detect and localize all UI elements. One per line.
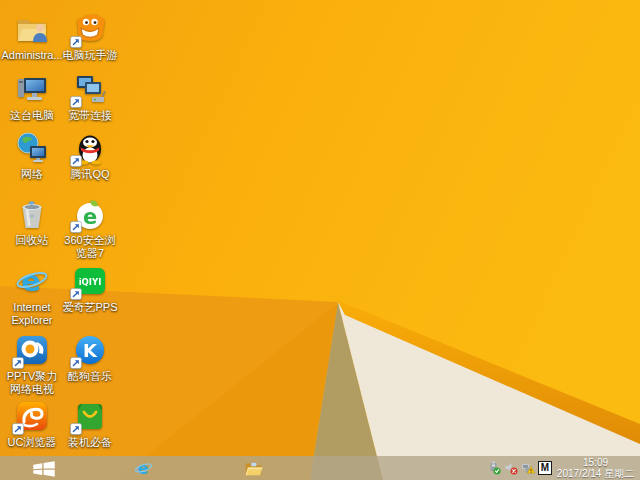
system-tray: M [487,456,552,480]
taskbar-clock[interactable]: 15:09 2017/2/14 星期二 [553,457,638,479]
start-button[interactable] [16,456,72,480]
shortcut-arrow-icon [12,357,24,369]
recycle-icon [15,197,49,231]
desktop-icon-360-safe-browser[interactable]: e 360安全浏览器7 [61,197,119,260]
network-icon [15,131,49,165]
tray-network-warning[interactable] [521,461,535,475]
shortcut-arrow-icon [70,221,82,233]
desktop-icon-label: 电脑玩手游 [59,49,121,62]
ie-icon: e [134,459,153,478]
shortcut-arrow-icon [12,423,24,435]
bag-icon [73,399,107,433]
desktop-icon-mobile-game-emulator[interactable]: 电脑玩手游 [61,12,119,62]
tray-hardware-safe-remove[interactable] [487,461,501,475]
desktop-icon-uc-browser[interactable]: UC浏览器 [3,399,61,449]
desktop-icon-label: 宽带连接 [59,109,121,122]
desktop[interactable]: e e iQIYI K [0,0,640,480]
kugou-icon: K [73,333,107,367]
desktop-icon-label: 这台电脑 [1,109,63,122]
clock-time: 15:09 [553,457,638,468]
shortcut-arrow-icon [70,288,82,300]
taskbar-internet-explorer[interactable]: e [121,456,165,480]
desktop-icon-administrator-folder[interactable]: Administra... [3,12,61,62]
taskbar: e M 15:09 2017/2/14 星 [0,456,640,480]
svg-text:e: e [83,205,97,229]
monster-icon [73,12,107,46]
shortcut-arrow-icon [70,36,82,48]
desktop-icon-kugou-music[interactable]: K 酷狗音乐 [61,333,119,383]
taskbar-file-explorer[interactable] [231,456,275,480]
svg-text:K: K [83,340,98,361]
qq-icon [73,131,107,165]
broadband-icon [73,72,107,106]
desktop-icon-this-pc[interactable]: 这台电脑 [3,72,61,122]
shortcut-arrow-icon [70,423,82,435]
folder-icon [244,459,263,478]
svg-text:iQIYI: iQIYI [79,277,102,287]
folder-user-icon [15,12,49,46]
uc-icon [15,399,49,433]
svg-text:e: e [21,264,41,298]
shortcut-arrow-icon [70,357,82,369]
iqiyi-icon: iQIYI [73,264,107,298]
desktop-icon-pptv[interactable]: PPTV聚力 网络电视 [3,333,61,396]
svg-text:e: e [137,459,148,478]
windows-logo-icon [30,460,58,477]
shortcut-arrow-icon [70,155,82,167]
desktop-icon-internet-explorer[interactable]: e Internet Explorer [3,264,61,327]
shortcut-arrow-icon [70,96,82,108]
browser360-icon: e [73,197,107,231]
clock-date: 2017/2/14 星期二 [553,468,638,479]
pc-icon [15,72,49,106]
ie-icon: e [15,264,49,298]
desktop-icon-label: 回收站 [1,234,63,247]
desktop-icon-label: 装机必备 [59,436,121,449]
desktop-icon-label: 360安全浏览器7 [59,234,121,260]
desktop-icon-label: 网络 [1,168,63,181]
desktop-icon-essential-apps[interactable]: 装机必备 [61,399,119,449]
desktop-icons-area: Administra... 电脑玩手游 这台电脑 [0,0,640,456]
desktop-icon-label: PPTV聚力 网络电视 [1,370,63,396]
pptv-icon [15,333,49,367]
desktop-icon-label: UC浏览器 [1,436,63,449]
desktop-icon-tencent-qq[interactable]: 腾讯QQ [61,131,119,181]
desktop-icon-label: 爱奇艺PPS [59,301,121,314]
desktop-icon-label: Internet Explorer [1,301,63,327]
desktop-icon-network[interactable]: 网络 [3,131,61,181]
desktop-icon-broadband-connection[interactable]: 宽带连接 [61,72,119,122]
tray-input-method[interactable]: M [538,461,552,475]
desktop-icon-label: 腾讯QQ [59,168,121,181]
tray-volume-muted[interactable] [504,461,518,475]
desktop-icon-label: 酷狗音乐 [59,370,121,383]
desktop-icon-recycle-bin[interactable]: 回收站 [3,197,61,247]
desktop-icon-label: Administra... [1,49,63,62]
desktop-icon-iqiyi-pps[interactable]: iQIYI 爱奇艺PPS [61,264,119,314]
